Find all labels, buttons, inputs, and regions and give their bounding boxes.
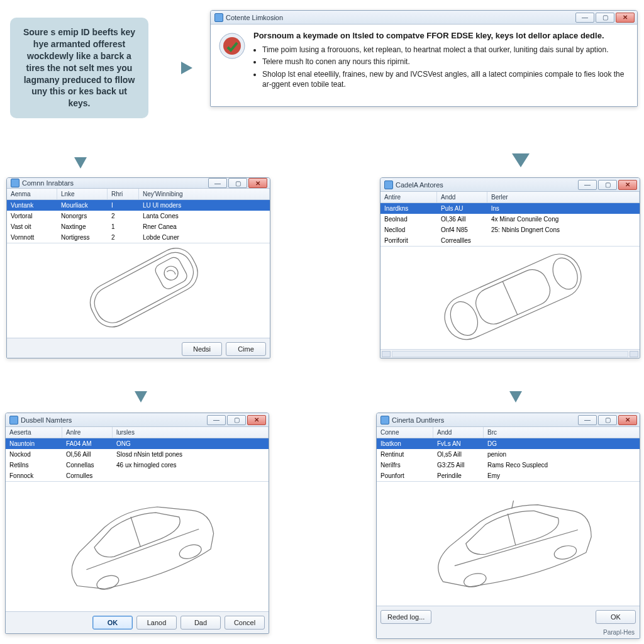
scroll-track[interactable] (392, 351, 628, 357)
minimize-button[interactable]: — (208, 178, 227, 188)
table-row[interactable]: NauntoinFA04 AMONG (6, 438, 269, 449)
close-button[interactable]: ✕ (247, 415, 266, 425)
close-button[interactable]: ✕ (618, 415, 637, 425)
titlebar[interactable]: Cotente Limkosion — ▢ ✕ (211, 11, 637, 25)
titlebar[interactable]: Cinerta Duntlrers —▢✕ (377, 413, 640, 427)
table-row[interactable]: Vast oitNaxtinge1Rner Canea (7, 221, 270, 232)
preview-canvas (377, 481, 640, 606)
table-row[interactable]: InardknsPuls AUlns (380, 203, 640, 214)
footer: Nedsi Cime (7, 338, 270, 358)
app-icon (9, 416, 18, 425)
titlebar[interactable]: Dusbell Namters —▢✕ (6, 413, 269, 427)
col-header[interactable]: Aeserta (6, 427, 62, 438)
window-b: CadelA Antores —▢✕ Antire Andd Berler In… (380, 177, 640, 358)
col-header[interactable]: Lnke (57, 189, 108, 199)
next-button[interactable]: Nedsi (182, 342, 222, 356)
svg-rect-4 (153, 255, 189, 291)
arrow-right-1 (156, 55, 194, 80)
titlebar[interactable]: CadelA Antores —▢✕ (380, 178, 640, 192)
table-row[interactable]: BeolnadOl,36 Aill4x Minar Conunile Cong (380, 214, 640, 225)
info-bullet: Telere mush lto conen any nours this rip… (262, 57, 628, 67)
table-row[interactable]: VortoralNonorgrs2Lanta Cones (7, 211, 270, 221)
table-row[interactable]: NockodOl,56 AillSlosd nNsin tetdl pones (6, 449, 269, 460)
svg-point-13 (177, 542, 203, 561)
scrollbar-horizontal[interactable] (380, 349, 640, 358)
footer: Reded log... OK (377, 606, 640, 628)
maximize-button[interactable]: ▢ (598, 180, 617, 190)
info-bullet: Time poim lusing a frorouons, ket replea… (262, 45, 628, 55)
col-header[interactable]: Conne (377, 427, 433, 438)
info-window: Cotente Limkosion — ▢ ✕ Porsnoum a keyma… (210, 10, 638, 107)
keyfob-illustration (57, 243, 220, 338)
minimize-button[interactable]: — (207, 415, 226, 425)
svg-line-14 (86, 529, 201, 569)
callout-box: Soure s emip ID beefts key hye armanted … (10, 18, 148, 118)
table-headers: Aeserta Anlre lursles (6, 427, 269, 438)
svg-point-10 (548, 253, 582, 292)
table-row[interactable]: PorriforitCorreallles (380, 235, 640, 246)
table-row[interactable]: IbatkonFvLs ANDG (377, 438, 640, 449)
col-header[interactable]: Antire (380, 192, 437, 203)
close-button[interactable]: ✕ (248, 178, 267, 188)
table-row[interactable]: RentinutOl,s5 Aillpenion (377, 449, 640, 460)
close-button-footer[interactable]: Cime (226, 342, 266, 356)
window-title: Dusbell Namters (21, 416, 72, 424)
arrow-down-2 (506, 123, 536, 169)
col-header[interactable]: Andd (433, 427, 484, 438)
table-row[interactable]: NerilfrsG3:Z5 AillRams Reco Susplecd (377, 460, 640, 470)
svg-line-15 (508, 513, 516, 545)
svg-point-5 (162, 264, 180, 282)
close-button[interactable]: ✕ (616, 13, 635, 23)
scroll-left-button[interactable] (382, 351, 391, 357)
footer: OK Lanod Dad Concel (6, 611, 269, 633)
table-row[interactable]: NecllodOnf4 N8525: Nbinls Dngnert Cons (380, 225, 640, 235)
arrow-down-1 (68, 131, 93, 170)
preview-canvas (380, 246, 640, 349)
col-header[interactable]: Rhri (108, 189, 139, 199)
svg-point-9 (445, 297, 482, 339)
maximize-button[interactable]: ▢ (227, 415, 246, 425)
minimize-button[interactable]: — (575, 13, 594, 23)
window-buttons: — ▢ ✕ (575, 13, 635, 23)
maximize-button[interactable]: ▢ (228, 178, 247, 188)
table-body: NauntoinFA04 AMONG NockodOl,56 AillSlosd… (6, 438, 269, 481)
app-icon (11, 179, 19, 187)
col-header[interactable]: Berler (487, 192, 640, 203)
info-bullets: Time poim lusing a frorouons, ket replea… (253, 45, 628, 89)
minimize-button[interactable]: — (578, 415, 597, 425)
reload-button[interactable]: Reded log... (380, 610, 431, 624)
table-row[interactable]: PounfortPerindileEmy (377, 470, 640, 481)
window-c: Dusbell Namters —▢✕ Aeserta Anlre lursle… (5, 413, 269, 634)
table-row[interactable]: RetilnsConnellas46 ux hirnogled cores (6, 460, 269, 470)
window-title: Cotente Limkosion (226, 14, 283, 21)
maximize-button[interactable]: ▢ (596, 13, 614, 23)
col-header[interactable]: Aenma (7, 189, 57, 199)
dad-button[interactable]: Dad (180, 616, 221, 630)
scroll-right-button[interactable] (630, 351, 638, 357)
window-title: Cinerta Duntlrers (392, 416, 444, 424)
minimize-button[interactable]: — (578, 180, 597, 190)
cancel-button[interactable]: Concel (225, 616, 265, 630)
info-icon (218, 32, 246, 60)
titlebar[interactable]: Comnn Inrabtars —▢✕ (7, 178, 270, 189)
svg-rect-3 (89, 247, 199, 328)
status-bar: Parapl-Hes (377, 628, 640, 638)
table-body: VuntankMourliackILU Ul moders VortoralNo… (7, 200, 270, 243)
app-icon (380, 416, 389, 425)
col-header[interactable]: Ney'Winnibing (139, 189, 270, 199)
table-headers: Antire Andd Berler (380, 192, 640, 203)
maximize-button[interactable]: ▢ (598, 415, 617, 425)
col-header[interactable]: Andd (437, 192, 487, 203)
lanod-button[interactable]: Lanod (136, 616, 177, 630)
close-button[interactable]: ✕ (618, 180, 637, 190)
info-bullet: Sholop lst enal eteellily, fraines, new … (262, 69, 628, 89)
ok-button[interactable]: OK (596, 610, 636, 624)
col-header[interactable]: lursles (113, 427, 269, 438)
col-header[interactable]: Brc (484, 427, 640, 438)
ok-button[interactable]: OK (92, 616, 133, 630)
col-header[interactable]: Anlre (62, 427, 113, 438)
table-row[interactable]: VornnottNortigress2Lobde Cuner (7, 232, 270, 243)
table-row[interactable]: VuntankMourliackILU Ul moders (7, 200, 270, 211)
table-row[interactable]: FonnockCornulles (6, 470, 269, 481)
preview-canvas (7, 243, 270, 338)
